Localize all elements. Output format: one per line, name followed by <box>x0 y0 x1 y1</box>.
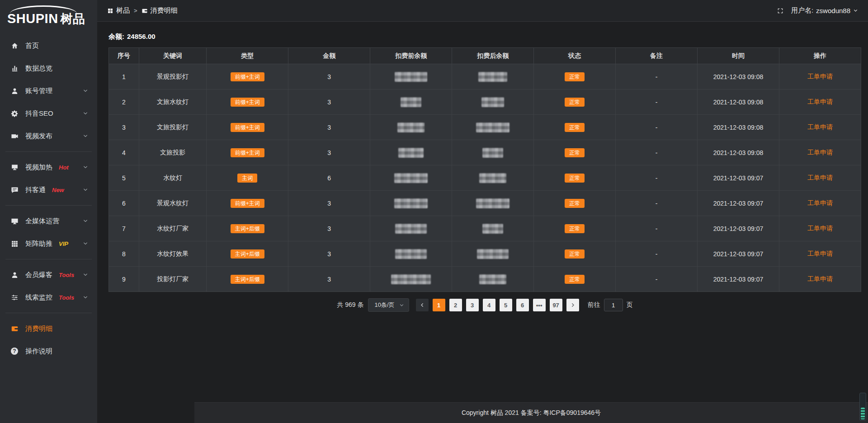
page-button-1[interactable]: 1 <box>433 299 445 311</box>
work-order-link[interactable]: 工单申请 <box>807 174 833 181</box>
sidebar-item-线索监控[interactable]: 线索监控Tools <box>0 286 97 309</box>
cell-keyword: 文旅投影 <box>139 140 207 165</box>
video-camera-icon <box>10 132 19 140</box>
wallet-icon <box>10 325 19 333</box>
sidebar-item-label: 视频加热 <box>25 163 52 172</box>
type-badge: 前缀+主词 <box>231 199 264 208</box>
gear-icon <box>10 110 19 118</box>
work-order-link[interactable]: 工单申请 <box>807 123 833 131</box>
sidebar-item-视频发布[interactable]: 视频发布 <box>0 125 97 147</box>
sidebar-item-会员爆客[interactable]: 会员爆客Tools <box>0 263 97 286</box>
cell-balance-after <box>452 64 534 89</box>
sidebar-item-数据总览[interactable]: 数据总览 <box>0 57 97 80</box>
cell-balance-after <box>452 140 534 165</box>
balance: 余额:24856.00 <box>108 33 861 41</box>
cell-index: 8 <box>109 241 139 267</box>
cell-status: 正常 <box>534 216 616 241</box>
breadcrumb-item[interactable]: 树品 <box>107 6 130 15</box>
chevron-down-icon <box>399 303 404 308</box>
goto-page: 前往 页 <box>588 299 633 311</box>
cell-keyword: 景观投影灯 <box>139 64 207 89</box>
sidebar-item-tag: New <box>52 187 64 193</box>
page-button-6[interactable]: 6 <box>516 299 529 311</box>
table-row: 4文旅投影前缀+主词3正常-2021-12-03 09:08工单申请 <box>109 140 861 165</box>
cell-remark: - <box>616 216 698 241</box>
type-badge: 主词+后缀 <box>231 275 264 284</box>
main-area: 树品>消费明细 用户名: zswodun88 余额:24856.00 序号关键词… <box>97 0 868 423</box>
column-header: 操作 <box>779 48 861 64</box>
work-order-link[interactable]: 工单申请 <box>807 149 833 156</box>
page-button-2[interactable]: 2 <box>449 299 462 311</box>
page-button-4[interactable]: 4 <box>483 299 495 311</box>
column-header: 扣费后余额 <box>452 48 534 64</box>
sidebar-group: 会员爆客Tools线索监控Tools <box>0 263 97 309</box>
cell-balance-after <box>452 267 534 292</box>
cell-amount: 3 <box>288 140 370 165</box>
sidebar-item-消费明细[interactable]: 消费明细 <box>0 317 97 340</box>
cell-amount: 6 <box>288 165 370 191</box>
cell-remark: - <box>616 64 698 89</box>
work-order-link[interactable]: 工单申请 <box>807 73 833 80</box>
sidebar-item-tag: Tools <box>59 294 74 301</box>
redacted-balance-after <box>477 249 509 259</box>
next-page-button[interactable] <box>566 299 579 311</box>
sidebar: SHUPIN树品 首页数据总览账号管理抖音SEO视频发布视频加热Hot抖客通Ne… <box>0 0 97 423</box>
sidebar-menu: 首页数据总览账号管理抖音SEO视频发布视频加热Hot抖客通New全媒体运营矩阵助… <box>0 34 97 362</box>
chevron-down-icon <box>81 88 90 94</box>
type-badge: 前缀+主词 <box>231 148 264 157</box>
cell-remark: - <box>616 89 698 115</box>
page-button-•••[interactable]: ••• <box>533 299 546 311</box>
status-badge: 正常 <box>565 148 585 157</box>
sidebar-item-抖客通[interactable]: 抖客通New <box>0 179 97 201</box>
cell-time: 2021-12-03 09:07 <box>698 267 779 292</box>
chat-icon <box>10 186 19 194</box>
page-size-select[interactable]: 10条/页 <box>368 298 409 312</box>
cell-balance-after <box>452 241 534 267</box>
cell-index: 9 <box>109 267 139 292</box>
work-order-link[interactable]: 工单申请 <box>807 199 833 207</box>
sidebar-item-首页[interactable]: 首页 <box>0 34 97 57</box>
cell-balance-before <box>370 191 452 216</box>
page-button-5[interactable]: 5 <box>500 299 512 311</box>
cell-amount: 3 <box>288 115 370 140</box>
cell-type: 主词+后缀 <box>207 216 288 241</box>
page-size-value: 10条/页 <box>375 301 395 309</box>
sidebar-item-label: 会员爆客 <box>25 271 52 279</box>
cell-action: 工单申请 <box>779 267 861 292</box>
sidebar-item-操作说明[interactable]: ?操作说明 <box>0 340 97 362</box>
cell-amount: 3 <box>288 64 370 89</box>
mini-scrollbar-thumb <box>861 408 865 419</box>
cell-status: 正常 <box>534 115 616 140</box>
work-order-link[interactable]: 工单申请 <box>807 225 833 232</box>
cell-keyword: 投影灯厂家 <box>139 267 207 292</box>
cell-keyword: 文旅水纹灯 <box>139 89 207 115</box>
mini-scrollbar-widget[interactable] <box>859 393 866 421</box>
work-order-link[interactable]: 工单申请 <box>807 98 833 105</box>
page-button-97[interactable]: 97 <box>550 299 562 311</box>
breadcrumb-separator: > <box>134 7 137 14</box>
user-dropdown[interactable]: 用户名: zswodun88 <box>791 6 858 15</box>
sidebar-item-账号管理[interactable]: 账号管理 <box>0 80 97 102</box>
prev-page-button[interactable] <box>416 299 429 311</box>
sidebar-item-全媒体运营[interactable]: 全媒体运营 <box>0 210 97 232</box>
breadcrumb-item[interactable]: 消费明细 <box>142 6 178 15</box>
sidebar-item-抖音SEO[interactable]: 抖音SEO <box>0 102 97 125</box>
sidebar-divider <box>5 205 92 206</box>
sidebar-item-label: 线索监控 <box>25 293 52 302</box>
balance-value: 24856.00 <box>127 33 156 40</box>
sidebar-item-视频加热[interactable]: 视频加热Hot <box>0 156 97 179</box>
sidebar-group: 首页数据总览账号管理抖音SEO视频发布 <box>0 34 97 147</box>
balance-label: 余额: <box>108 33 124 40</box>
table-head: 序号关键词类型金额扣费前余额扣费后余额状态备注时间操作 <box>109 48 861 64</box>
chevron-down-icon <box>81 187 90 193</box>
sidebar-group: 消费明细?操作说明 <box>0 317 97 362</box>
redacted-balance-before <box>394 173 428 183</box>
work-order-link[interactable]: 工单申请 <box>807 275 833 282</box>
redacted-balance-before <box>397 122 425 132</box>
work-order-link[interactable]: 工单申请 <box>807 250 833 257</box>
fullscreen-icon[interactable] <box>777 7 784 14</box>
goto-page-input[interactable] <box>604 299 623 311</box>
page-button-3[interactable]: 3 <box>466 299 479 311</box>
sidebar-item-矩阵助推[interactable]: 矩阵助推VIP <box>0 232 97 255</box>
sidebar-divider <box>5 259 92 259</box>
